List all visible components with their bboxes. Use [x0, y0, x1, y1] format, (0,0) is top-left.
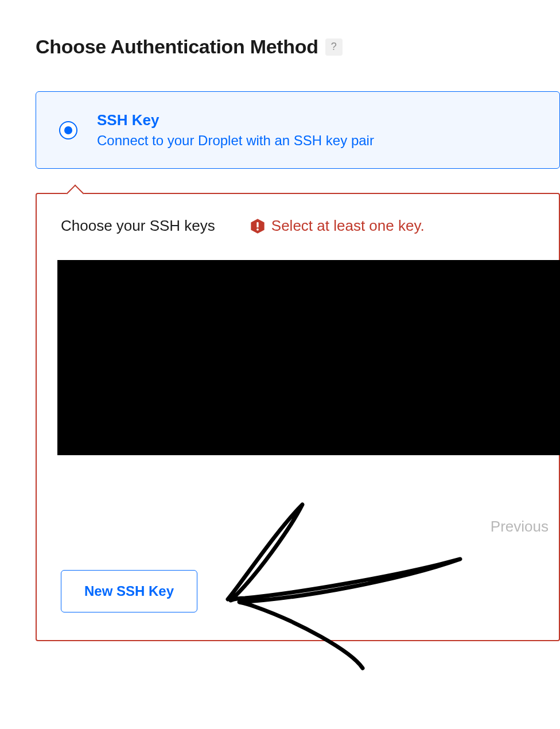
auth-option-title: SSH Key — [97, 111, 374, 129]
alert-message: Select at least one key. — [250, 217, 425, 235]
auth-option-ssh-key[interactable]: SSH Key Connect to your Droplet with an … — [36, 91, 560, 169]
auth-option-description: Connect to your Droplet with an SSH key … — [97, 133, 374, 149]
hand-drawn-arrow-annotation — [225, 502, 500, 674]
svg-point-1 — [256, 228, 259, 230]
page-title: Choose Authentication Method — [36, 36, 318, 58]
help-icon[interactable]: ? — [325, 38, 343, 56]
ssh-keys-panel: Choose your SSH keys Select at least one… — [36, 193, 560, 641]
previous-link[interactable]: Previous — [491, 518, 549, 536]
radio-selected-icon — [59, 121, 77, 139]
ssh-panel-header: Choose your SSH keys Select at least one… — [61, 217, 559, 235]
alert-text: Select at least one key. — [271, 217, 425, 235]
ssh-keys-label: Choose your SSH keys — [61, 217, 215, 235]
auth-option-text: SSH Key Connect to your Droplet with an … — [97, 111, 374, 149]
new-ssh-key-button[interactable]: New SSH Key — [61, 570, 197, 612]
ssh-keys-list-redacted — [57, 260, 560, 455]
page-header: Choose Authentication Method ? — [36, 36, 560, 58]
svg-rect-0 — [256, 222, 258, 227]
alert-icon — [250, 218, 266, 234]
